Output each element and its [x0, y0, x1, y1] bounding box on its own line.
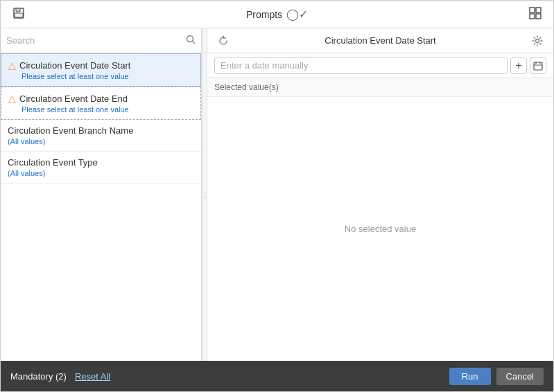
refresh-button[interactable] [214, 34, 232, 48]
settings-button[interactable] [528, 34, 546, 48]
item-header: Circulation Event Type [8, 157, 194, 168]
list-item[interactable]: △ Circulation Event Date End Please sele… [1, 87, 201, 120]
no-value-area: No selected value [207, 97, 553, 361]
svg-rect-10 [534, 62, 542, 70]
expand-button[interactable] [526, 6, 545, 24]
modal-title: Prompts [246, 9, 282, 20]
no-value-text: No selected value [345, 224, 416, 234]
header-center: Prompts ◯✓ [246, 8, 308, 21]
search-icon [186, 35, 196, 46]
right-panel-title: Circulation Event Date Start [324, 35, 435, 46]
warning-icon: △ [8, 60, 16, 71]
selected-values-label: Selected value(s) [214, 82, 279, 92]
search-input[interactable] [6, 35, 186, 46]
right-panel-header: Circulation Event Date Start [207, 28, 553, 53]
svg-rect-1 [16, 8, 20, 12]
modal-header: Prompts ◯✓ [1, 1, 553, 28]
search-bar [1, 28, 201, 53]
svg-line-8 [193, 42, 196, 44]
header-left [9, 6, 28, 24]
item-name: Circulation Event Type [8, 157, 98, 168]
svg-point-7 [187, 36, 193, 42]
expand-icon [529, 7, 542, 22]
panel-divider[interactable]: ⋮ [202, 28, 207, 361]
plus-icon: + [515, 60, 521, 72]
item-sub: (All values) [8, 137, 194, 145]
mandatory-badge: Mandatory (2) [10, 371, 67, 382]
svg-rect-6 [536, 14, 541, 19]
save-icon [12, 7, 25, 22]
footer-right: Run Cancel [449, 368, 544, 385]
save-icon-button[interactable] [9, 6, 28, 24]
item-header: Circulation Event Branch Name [8, 125, 194, 136]
right-header-icons [528, 34, 546, 48]
header-right [526, 6, 545, 24]
item-sub: Please select at least one value [8, 72, 193, 80]
footer-left: Mandatory (2) Reset All [10, 371, 110, 382]
reset-all-button[interactable]: Reset All [75, 371, 110, 382]
right-panel: Circulation Event Date Start + [207, 28, 553, 361]
item-header: △ Circulation Event Date End [8, 93, 193, 104]
warning-icon: △ [8, 93, 16, 104]
date-input-row: + [207, 53, 553, 78]
list-item[interactable]: Circulation Event Branch Name (All value… [1, 120, 201, 152]
circle-check-icon: ◯✓ [286, 8, 308, 21]
item-sub: Please select at least one value [8, 105, 193, 114]
svg-rect-5 [530, 14, 535, 19]
svg-rect-3 [530, 8, 535, 12]
prompt-list: △ Circulation Event Date Start Please se… [1, 53, 201, 361]
svg-point-9 [536, 39, 539, 42]
item-header: △ Circulation Event Date Start [8, 60, 193, 71]
modal-footer: Mandatory (2) Reset All Run Cancel [1, 361, 553, 391]
modal-body: △ Circulation Event Date Start Please se… [1, 28, 553, 361]
add-date-button[interactable]: + [510, 57, 527, 74]
calendar-button[interactable] [530, 57, 546, 74]
left-panel: △ Circulation Event Date Start Please se… [1, 28, 202, 361]
item-name: Circulation Event Branch Name [8, 125, 133, 136]
svg-rect-2 [15, 13, 23, 17]
item-sub: (All values) [8, 169, 194, 177]
date-input[interactable] [214, 57, 508, 74]
item-name: Circulation Event Date Start [19, 60, 130, 71]
list-item[interactable]: △ Circulation Event Date Start Please se… [1, 53, 201, 87]
modal-container: Prompts ◯✓ [0, 0, 554, 392]
list-item[interactable]: Circulation Event Type (All values) [1, 152, 201, 184]
svg-rect-4 [536, 8, 541, 12]
item-name: Circulation Event Date End [19, 93, 128, 104]
cancel-button[interactable]: Cancel [496, 368, 544, 385]
run-button[interactable]: Run [449, 368, 491, 385]
selected-values-header: Selected value(s) [207, 78, 553, 97]
